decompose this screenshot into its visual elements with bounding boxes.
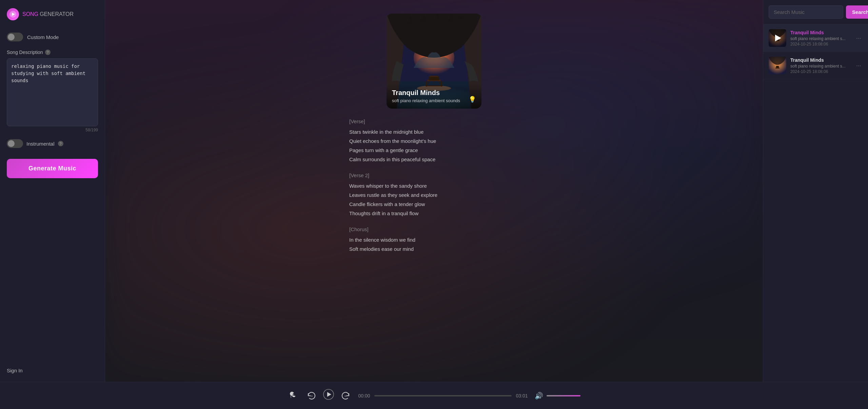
song-description-label-row: Song Description ?	[7, 50, 98, 55]
lyrics-line: Calm surrounds in this peaceful space	[349, 155, 519, 164]
svg-rect-8	[430, 76, 438, 77]
track-info: Tranquil Mindssoft piano relaxing ambien…	[790, 57, 851, 74]
svg-text:15: 15	[344, 395, 347, 397]
lyrics-section: [Verse 2]Waves whisper to the sandy shor…	[349, 171, 519, 218]
instrumental-label: Instrumental	[26, 141, 55, 147]
track-date: 2024-10-25 18:08:06	[790, 69, 851, 74]
right-panel: Search Tranquil Mindssoft piano relaxing…	[763, 0, 868, 382]
progress-bar[interactable]	[374, 395, 512, 396]
search-input[interactable]	[769, 5, 843, 19]
svg-rect-27	[776, 66, 779, 68]
lyrics-area: [Verse]Stars twinkle in the midnight blu…	[349, 117, 519, 267]
track-more-button[interactable]: ···	[855, 33, 863, 43]
logo-area: SONGGENERATOR	[7, 8, 98, 20]
svg-marker-31	[327, 392, 331, 397]
track-description: soft piano relaxing ambient s...	[790, 36, 851, 41]
track-date: 2024-10-25 18:08:06	[790, 42, 851, 47]
lyrics-line: Pages turn with a gentle grace	[349, 146, 519, 155]
album-title: Tranquil Minds	[392, 89, 476, 97]
lyrics-line: Leaves rustle as they seek and explore	[349, 190, 519, 200]
track-item[interactable]: Tranquil Mindssoft piano relaxing ambien…	[763, 52, 868, 79]
search-button[interactable]: Search	[846, 5, 868, 19]
track-thumbnail	[769, 29, 786, 47]
lyrics-tag: [Verse 2]	[349, 171, 519, 180]
track-name: Tranquil Minds	[790, 30, 851, 35]
sidebar: SONGGENERATOR Custom Mode Song Descripti…	[0, 0, 105, 382]
sidebar-footer: Sign In	[7, 361, 98, 374]
custom-mode-label: Custom Mode	[27, 34, 59, 40]
album-card: Tranquil Minds soft piano relaxing ambie…	[387, 14, 481, 109]
lightbulb-icon[interactable]: 💡	[469, 96, 476, 103]
play-button[interactable]	[323, 389, 334, 402]
lyrics-line: Quiet echoes from the moonlight's hue	[349, 136, 519, 146]
lyrics-line: Waves whisper to the sandy shore	[349, 181, 519, 190]
instrumental-row: Instrumental ?	[7, 139, 98, 148]
logo-text: SONGGENERATOR	[22, 11, 74, 17]
skip-back-15-button[interactable]: 15	[305, 390, 318, 402]
lyrics-line: In the silence wisdom we find	[349, 235, 519, 244]
skip-forward-15-button[interactable]: 15	[339, 390, 352, 402]
volume-fill	[547, 395, 580, 396]
lyrics-section: [Verse]Stars twinkle in the midnight blu…	[349, 117, 519, 164]
lyrics-line: Stars twinkle in the midnight blue	[349, 127, 519, 136]
lyrics-line: Soft melodies ease our mind	[349, 244, 519, 254]
sign-in-link[interactable]: Sign In	[7, 368, 23, 373]
custom-mode-row: Custom Mode	[7, 33, 98, 41]
lyrics-section: [Chorus]In the silence wisdom we findSof…	[349, 225, 519, 254]
track-name: Tranquil Minds	[790, 57, 851, 63]
lyrics-tag: [Verse]	[349, 117, 519, 126]
main-inner: Tranquil Minds soft piano relaxing ambie…	[105, 0, 763, 382]
track-info: Tranquil Mindssoft piano relaxing ambien…	[790, 30, 851, 47]
player-bar: 15 15 15 00:00	[0, 382, 868, 409]
progress-container: 00:00 03:01	[358, 393, 528, 398]
search-bar-area: Search	[763, 0, 868, 24]
song-description-input[interactable]: relaxing piano music for studying with s…	[7, 58, 98, 126]
logo-icon	[7, 8, 19, 20]
main-content: Tranquil Minds soft piano relaxing ambie…	[105, 0, 763, 382]
svg-text:15: 15	[310, 395, 313, 397]
track-description: soft piano relaxing ambient s...	[790, 64, 851, 69]
skip-back-button[interactable]: 15	[288, 390, 300, 402]
track-list: Tranquil Mindssoft piano relaxing ambien…	[763, 24, 868, 382]
total-time: 03:01	[516, 393, 528, 398]
album-subtitle: soft piano relaxing ambient sounds	[392, 98, 476, 103]
char-count: 58/199	[7, 128, 98, 132]
player-controls: 15 15 15	[288, 389, 352, 402]
lyrics-line: Thoughts drift in a tranquil flow	[349, 209, 519, 218]
volume-icon: 🔊	[535, 392, 543, 400]
current-time: 00:00	[358, 393, 370, 398]
instrumental-toggle[interactable]	[7, 139, 23, 148]
logo-song: SONG	[22, 11, 38, 17]
volume-container: 🔊	[535, 392, 580, 400]
custom-mode-toggle[interactable]	[7, 33, 23, 41]
lyrics-line: Candle flickers with a tender glow	[349, 200, 519, 209]
generate-music-button[interactable]: Generate Music	[7, 159, 98, 178]
svg-text:15: 15	[292, 395, 294, 397]
album-overlay: Tranquil Minds soft piano relaxing ambie…	[387, 83, 481, 109]
logo-generator: GENERATOR	[40, 11, 74, 17]
lyrics-tag: [Chorus]	[349, 225, 519, 234]
track-more-button[interactable]: ···	[855, 61, 863, 71]
track-item[interactable]: Tranquil Mindssoft piano relaxing ambien…	[763, 24, 868, 52]
volume-bar[interactable]	[547, 395, 580, 396]
song-description-label: Song Description	[7, 50, 43, 55]
track-thumbnail	[769, 57, 786, 74]
song-description-help-icon[interactable]: ?	[45, 50, 51, 55]
instrumental-help-icon[interactable]: ?	[58, 141, 63, 146]
